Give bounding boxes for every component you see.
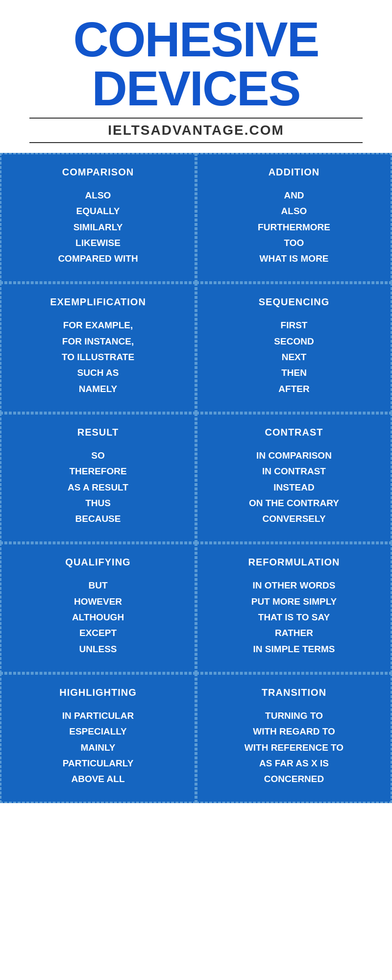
list-item: WITH REFERENCE TO (205, 740, 383, 756)
cell-comparison: COMPARISONALSOEQUALLYSIMILARLYLIKEWISECO… (0, 153, 196, 283)
list-item: AND (205, 188, 383, 203)
list-item: SO (9, 448, 187, 464)
list-item: ALTHOUGH (9, 610, 187, 625)
list-item: TURNING TO (205, 708, 383, 724)
list-item: CONVERSELY (205, 511, 383, 527)
cell-items-qualifying: BUTHOWEVERALTHOUGHEXCEPTUNLESS (9, 578, 187, 657)
list-item: ON THE CONTRARY (205, 495, 383, 511)
subtitle: IELTSADVANTAGE.COM (29, 118, 363, 143)
list-item: PUT MORE SIMPLY (205, 594, 383, 610)
list-item: ALSO (9, 188, 187, 203)
list-item: WHAT IS MORE (205, 251, 383, 267)
list-item: FOR INSTANCE, (9, 334, 187, 349)
cell-exemplification: EXEMPLIFICATIONFOR EXAMPLE,FOR INSTANCE,… (0, 283, 196, 413)
list-item: IN COMPARISON (205, 448, 383, 464)
cell-title-exemplification: EXEMPLIFICATION (9, 296, 187, 308)
cell-title-comparison: COMPARISON (9, 167, 187, 178)
list-item: LIKEWISE (9, 235, 187, 251)
cell-items-addition: ANDALSOFURTHERMORETOOWHAT IS MORE (205, 188, 383, 267)
cell-title-qualifying: QUALIFYING (9, 557, 187, 568)
list-item: AS FAR AS X IS (205, 756, 383, 771)
list-item: AS A RESULT (9, 480, 187, 495)
cell-reformulation: REFORMULATIONIN OTHER WORDSPUT MORE SIMP… (196, 543, 392, 673)
list-item: AFTER (205, 381, 383, 397)
list-item: ESPECIALLY (9, 724, 187, 739)
cell-items-reformulation: IN OTHER WORDSPUT MORE SIMPLYTHAT IS TO … (205, 578, 383, 657)
cell-items-result: SOTHEREFOREAS A RESULTTHUSBECAUSE (9, 448, 187, 527)
cell-items-contrast: IN COMPARISONIN CONTRASTINSTEADON THE CO… (205, 448, 383, 527)
cell-title-result: RESULT (9, 427, 187, 438)
list-item: ALSO (205, 203, 383, 219)
cell-result: RESULTSOTHEREFOREAS A RESULTTHUSBECAUSE (0, 413, 196, 543)
list-item: NAMELY (9, 381, 187, 397)
list-item: THEN (205, 365, 383, 381)
cell-highlighting: HIGHLIGHTINGIN PARTICULARESPECIALLYMAINL… (0, 673, 196, 803)
list-item: RATHER (205, 625, 383, 641)
list-item: PARTICULARLY (9, 756, 187, 771)
cell-items-exemplification: FOR EXAMPLE,FOR INSTANCE,TO ILLUSTRATESU… (9, 318, 187, 396)
list-item: THUS (9, 495, 187, 511)
list-item: IN SIMPLE TERMS (205, 641, 383, 657)
list-item: BECAUSE (9, 511, 187, 527)
cell-title-contrast: CONTRAST (205, 427, 383, 438)
list-item: IN PARTICULAR (9, 708, 187, 724)
list-item: NEXT (205, 349, 383, 365)
main-title: COHESIVE DEVICES (10, 15, 382, 113)
list-item: IN CONTRAST (205, 464, 383, 479)
list-item: WITH REGARD TO (205, 724, 383, 739)
list-item: SECOND (205, 334, 383, 349)
cell-title-reformulation: REFORMULATION (205, 557, 383, 568)
cell-items-sequencing: FIRSTSECONDNEXTTHENAFTER (205, 318, 383, 396)
list-item: SUCH AS (9, 365, 187, 381)
list-item: TOO (205, 235, 383, 251)
cell-items-transition: TURNING TOWITH REGARD TOWITH REFERENCE T… (205, 708, 383, 787)
cell-items-comparison: ALSOEQUALLYSIMILARLYLIKEWISECOMPARED WIT… (9, 188, 187, 267)
cell-addition: ADDITIONANDALSOFURTHERMORETOOWHAT IS MOR… (196, 153, 392, 283)
list-item: EQUALLY (9, 203, 187, 219)
list-item: IN OTHER WORDS (205, 578, 383, 593)
list-item: FOR EXAMPLE, (9, 318, 187, 333)
list-item: UNLESS (9, 641, 187, 657)
cell-title-transition: TRANSITION (205, 687, 383, 698)
list-item: FIRST (205, 318, 383, 333)
cell-title-addition: ADDITION (205, 167, 383, 178)
list-item: SIMILARLY (9, 220, 187, 235)
list-item: INSTEAD (205, 480, 383, 495)
list-item: MAINLY (9, 740, 187, 756)
cohesive-devices-grid: COMPARISONALSOEQUALLYSIMILARLYLIKEWISECO… (0, 153, 392, 803)
list-item: ABOVE ALL (9, 771, 187, 787)
cell-title-highlighting: HIGHLIGHTING (9, 687, 187, 698)
header: COHESIVE DEVICES IELTSADVANTAGE.COM (0, 0, 392, 153)
list-item: THEREFORE (9, 464, 187, 479)
list-item: THAT IS TO SAY (205, 610, 383, 625)
list-item: FURTHERMORE (205, 220, 383, 235)
list-item: HOWEVER (9, 594, 187, 610)
cell-sequencing: SEQUENCINGFIRSTSECONDNEXTTHENAFTER (196, 283, 392, 413)
cell-items-highlighting: IN PARTICULARESPECIALLYMAINLYPARTICULARL… (9, 708, 187, 787)
list-item: COMPARED WITH (9, 251, 187, 267)
list-item: BUT (9, 578, 187, 593)
list-item: CONCERNED (205, 771, 383, 787)
list-item: TO ILLUSTRATE (9, 349, 187, 365)
cell-title-sequencing: SEQUENCING (205, 296, 383, 308)
cell-qualifying: QUALIFYINGBUTHOWEVERALTHOUGHEXCEPTUNLESS (0, 543, 196, 673)
list-item: EXCEPT (9, 625, 187, 641)
cell-contrast: CONTRASTIN COMPARISONIN CONTRASTINSTEADO… (196, 413, 392, 543)
cell-transition: TRANSITIONTURNING TOWITH REGARD TOWITH R… (196, 673, 392, 803)
